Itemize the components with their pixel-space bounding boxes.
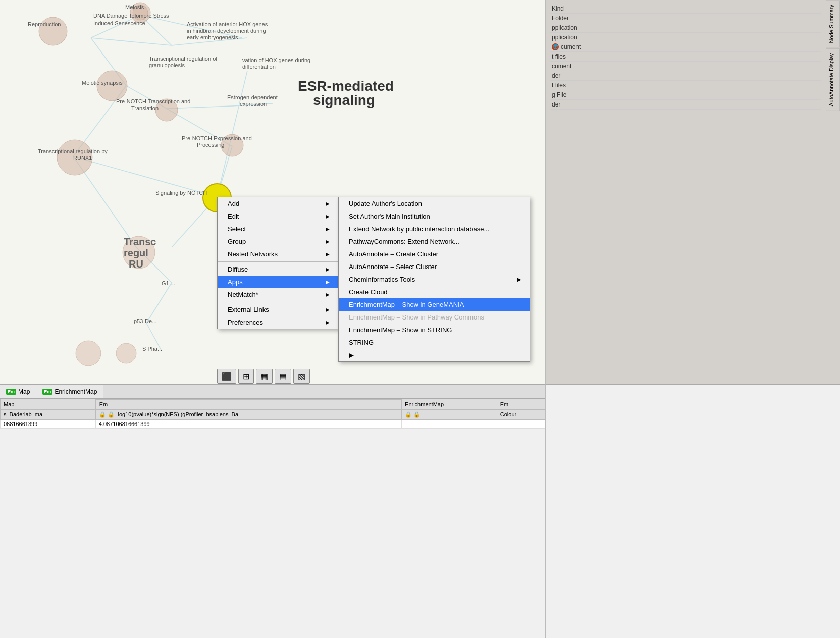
arrow-icon-group: ▶ — [326, 239, 330, 244]
bottom-table-container: Map Em EnrichmentMap Em s_Baderlab_ma 🔒 … — [0, 399, 545, 638]
submenu-more-arrow-icon: ▶ — [349, 351, 354, 359]
toolbar-btn-1[interactable]: ⬛ — [217, 369, 236, 384]
right-panel-row-der1: der — [550, 71, 821, 81]
right-panel-label-app1: pplication — [552, 24, 578, 31]
right-panel-label-der2: der — [552, 101, 560, 108]
menu-item-diffuse[interactable]: Diffuse ▶ — [218, 263, 338, 276]
submenu-pathway-commons[interactable]: PathwayCommons: Extend Network... — [339, 235, 530, 248]
tab-autoannotate[interactable]: AutoAnnotate Display — [826, 48, 840, 111]
right-panel-row-kind: Kind — [550, 4, 821, 14]
menu-item-apps[interactable]: Apps ▶ — [218, 276, 338, 288]
submenu-label-autoannotate-create: AutoAnnotate – Create Cluster — [349, 250, 438, 258]
submenu-autoannotate-create[interactable]: AutoAnnotate – Create Cluster — [339, 248, 530, 260]
apps-submenu: Update Author's Location Set Author's Ma… — [338, 197, 530, 362]
col-sub-lock2: 🔒 🔒 — [402, 409, 497, 419]
right-panel-label-app2: pplication — [552, 34, 578, 41]
submenu-set-institution[interactable]: Set Author's Main Institution — [339, 210, 530, 223]
col-header-enrichmentmap: EnrichmentMap — [402, 399, 497, 410]
context-menu: Add ▶ Edit ▶ Select ▶ Group ▶ Nested Net… — [217, 197, 338, 329]
table-row: 06816661399 4.087106816661399 — [1, 419, 545, 428]
bottom-tab-map[interactable]: Em Map — [0, 385, 36, 398]
submenu-create-cloud[interactable]: Create Cloud — [339, 286, 530, 298]
right-panel-label-der1: der — [552, 72, 560, 79]
right-panel-row-files2: t files — [550, 81, 821, 90]
submenu-extend-network[interactable]: Extend Network by public interaction dat… — [339, 223, 530, 235]
right-panel: Kind Folder pplication pplication 🌐 cume… — [545, 0, 840, 384]
svg-point-20 — [39, 17, 67, 45]
toolbar-btn-5[interactable]: ▧ — [293, 369, 310, 384]
right-panel-label-files2: t files — [552, 82, 566, 89]
svg-point-28 — [76, 341, 101, 366]
submenu-label-update-author: Update Author's Location — [349, 200, 422, 207]
red-globe-icon: 🌐 — [552, 43, 559, 50]
bottom-tab-enrichment[interactable]: Em EnrichmentMap — [36, 385, 103, 398]
separator-1 — [218, 261, 338, 262]
submenu-label-autoannotate-select: AutoAnnotate – Select Cluster — [349, 263, 437, 271]
submenu-cheminformatics[interactable]: Cheminformatics Tools ▶ — [339, 273, 530, 286]
right-panel-row-der2: der — [550, 100, 821, 110]
arrow-icon-preferences: ▶ — [326, 320, 330, 325]
submenu-enrichmentmap-pathway[interactable]: EnrichmentMap – Show in Pathway Commons — [339, 311, 530, 324]
col-sub-name: s_Baderlab_ma — [1, 409, 96, 419]
menu-label-netmatch: NetMatch* — [228, 291, 258, 298]
submenu-label-cheminformatics: Cheminformatics Tools — [349, 276, 415, 283]
svg-line-14 — [172, 38, 247, 45]
bottom-tabs: Em Map Em EnrichmentMap — [0, 385, 545, 399]
svg-point-27 — [123, 236, 155, 269]
toolbar-btn-2[interactable]: ⊞ — [238, 369, 254, 384]
cell-lock — [402, 419, 497, 428]
col-sub-lock1: 🔒 🔒 -log10(pvalue)*sign(NES) (gProfiler_… — [95, 409, 401, 419]
menu-item-group[interactable]: Group ▶ — [218, 235, 338, 248]
col-header-map: Map — [1, 399, 96, 410]
submenu-label-enrichmentmap-string: EnrichmentMap – Show in STRING — [349, 326, 452, 334]
submenu-string[interactable]: STRING — [339, 336, 530, 349]
menu-item-external[interactable]: External Links ▶ — [218, 303, 338, 316]
submenu-enrichmentmap-string[interactable]: EnrichmentMap – Show in STRING — [339, 324, 530, 336]
arrow-icon-edit: ▶ — [326, 214, 330, 219]
arrow-icon-add: ▶ — [326, 201, 330, 206]
em-badge-header2: Em — [500, 401, 509, 407]
submenu-label-string: STRING — [349, 339, 374, 346]
submenu-label-set-institution: Set Author's Main Institution — [349, 212, 430, 220]
em-badge-1: Em — [6, 389, 16, 395]
bottom-table: Map Em EnrichmentMap Em s_Baderlab_ma 🔒 … — [0, 399, 545, 429]
tab-node-summary[interactable]: Node Summary — [826, 0, 840, 47]
menu-item-select[interactable]: Select ▶ — [218, 223, 338, 235]
menu-label-apps: Apps — [228, 278, 243, 286]
svg-line-2 — [140, 15, 242, 38]
right-panel-label-doc1: cument — [561, 43, 581, 50]
right-panel-content: Kind Folder pplication pplication 🌐 cume… — [546, 0, 825, 114]
menu-item-add[interactable]: Add ▶ — [218, 197, 338, 210]
menu-item-preferences[interactable]: Preferences ▶ — [218, 316, 338, 329]
svg-line-4 — [91, 38, 172, 45]
cell-colour — [497, 419, 545, 428]
separator-2 — [218, 302, 338, 302]
submenu-more-arrow[interactable]: ▶ — [339, 349, 530, 361]
menu-item-edit[interactable]: Edit ▶ — [218, 210, 338, 223]
bottom-right-panel — [545, 384, 840, 638]
svg-line-18 — [146, 323, 162, 351]
right-panel-row-doc2: cument — [550, 62, 821, 71]
svg-line-13 — [217, 71, 247, 197]
right-panel-row-doc1: 🌐 cument — [550, 42, 821, 52]
toolbar-btn-4[interactable]: ▤ — [275, 369, 291, 384]
svg-line-9 — [232, 103, 273, 106]
right-panel-label-folder: Folder — [552, 15, 569, 22]
arrow-icon-netmatch: ▶ — [326, 292, 330, 297]
submenu-autoannotate-select[interactable]: AutoAnnotate – Select Cluster — [339, 260, 530, 273]
right-panel-row-files1: t files — [550, 52, 821, 62]
menu-label-select: Select — [228, 225, 246, 233]
menu-item-nested[interactable]: Nested Networks ▶ — [218, 248, 338, 260]
submenu-update-author[interactable]: Update Author's Location — [339, 197, 530, 210]
bottom-tab-enrichment-label: EnrichmentMap — [55, 388, 97, 395]
toolbar-btn-3[interactable]: ▦ — [256, 369, 273, 384]
right-panel-row-folder: Folder — [550, 14, 821, 23]
menu-label-nested: Nested Networks — [228, 250, 278, 258]
submenu-enrichmentmap-genemania[interactable]: EnrichmentMap – Show in GeneMANIA — [339, 298, 530, 311]
menu-label-edit: Edit — [228, 212, 239, 220]
menu-label-diffuse: Diffuse — [228, 265, 248, 273]
svg-point-23 — [221, 134, 243, 156]
submenu-label-pathway-commons: PathwayCommons: Extend Network... — [349, 238, 459, 245]
menu-item-netmatch[interactable]: NetMatch* ▶ — [218, 288, 338, 301]
network-toolbar: ⬛ ⊞ ▦ ▤ ▧ — [217, 369, 310, 384]
